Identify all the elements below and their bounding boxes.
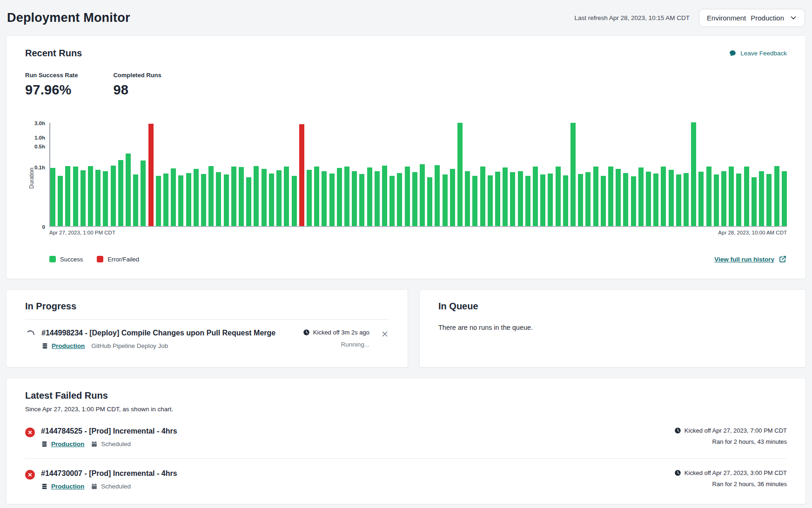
chart-bar-success[interactable] (503, 167, 508, 226)
chart-bar-success[interactable] (194, 169, 199, 226)
chart-bar-success[interactable] (736, 174, 741, 226)
chart-bar-success[interactable] (488, 175, 493, 226)
chart-bar-success[interactable] (50, 168, 55, 226)
chart-bar-success[interactable] (239, 167, 244, 226)
chart-bar-success[interactable] (774, 166, 779, 226)
chart-bar-success[interactable] (156, 176, 161, 226)
chart-bar-success[interactable] (691, 122, 696, 226)
chart-bar-success[interactable] (269, 174, 274, 226)
chart-bar-success[interactable] (472, 176, 477, 226)
chart-bar-success[interactable] (337, 168, 342, 226)
chart-bar-success[interactable] (322, 171, 327, 226)
chart-bar-success[interactable] (593, 167, 598, 226)
chart-bar-success[interactable] (510, 172, 515, 226)
chart-bar-success[interactable] (570, 123, 576, 226)
chart-bar-failed[interactable] (299, 124, 304, 226)
view-full-run-history-link[interactable]: View full run history (714, 255, 787, 263)
chart-bar-success[interactable] (397, 173, 402, 226)
chart-bar-success[interactable] (457, 123, 463, 226)
chart-bar-success[interactable] (653, 174, 658, 226)
chart-bar-success[interactable] (382, 166, 387, 226)
chart-bar-success[interactable] (375, 171, 380, 226)
chart-bar-success[interactable] (163, 174, 168, 226)
chart-bar-success[interactable] (676, 174, 681, 226)
chart-bar-success[interactable] (65, 166, 70, 226)
chart-bar-success[interactable] (601, 176, 606, 226)
chart-bar-success[interactable] (262, 169, 267, 226)
environment-link[interactable]: Production (41, 483, 84, 490)
chart-bar-success[interactable] (208, 166, 214, 226)
chart-bar-success[interactable] (126, 154, 131, 226)
chart-bar-success[interactable] (450, 169, 455, 226)
chart-bar-success[interactable] (669, 170, 674, 226)
chart-bar-success[interactable] (133, 174, 138, 226)
chart-bar-success[interactable] (292, 176, 297, 226)
chart-bar-success[interactable] (563, 175, 568, 226)
environment-link[interactable]: Production (41, 441, 84, 448)
chart-bar-success[interactable] (518, 171, 523, 226)
chart-bar-success[interactable] (352, 171, 357, 226)
chart-bar-success[interactable] (729, 167, 734, 226)
chart-bar-success[interactable] (465, 171, 470, 226)
chart-bar-success[interactable] (540, 174, 545, 226)
chart-bar-success[interactable] (706, 167, 711, 226)
chart-bar-success[interactable] (623, 173, 628, 226)
chart-bar-success[interactable] (412, 172, 417, 226)
chart-bar-success[interactable] (103, 171, 108, 226)
chart-bar-success[interactable] (608, 167, 613, 226)
chart-bar-success[interactable] (684, 173, 689, 226)
chart-bar-success[interactable] (359, 174, 364, 226)
chart-bar-success[interactable] (638, 167, 644, 226)
chart-bar-success[interactable] (178, 175, 183, 226)
chart-bar-success[interactable] (578, 174, 583, 226)
chart-bar-success[interactable] (525, 176, 530, 226)
chart-bar-success[interactable] (714, 174, 719, 226)
chart-bar-success[interactable] (759, 171, 764, 226)
chart-bar-success[interactable] (141, 160, 146, 226)
chart-bar-success[interactable] (495, 172, 500, 226)
chart-bar-success[interactable] (88, 166, 93, 226)
chart-bar-success[interactable] (216, 172, 221, 226)
chart-bar-success[interactable] (646, 172, 651, 226)
chart-bar-success[interactable] (111, 166, 116, 226)
chart-bar-success[interactable] (752, 177, 757, 226)
environment-link[interactable]: Production (41, 342, 85, 349)
chart-bar-success[interactable] (766, 174, 772, 226)
chart-bar-success[interactable] (744, 167, 749, 226)
chart-bar-success[interactable] (533, 167, 538, 226)
chart-bar-success[interactable] (201, 174, 206, 226)
chart-bar-success[interactable] (58, 176, 63, 226)
chart-bar-success[interactable] (420, 164, 425, 226)
chart-bar-success[interactable] (782, 171, 787, 226)
chart-bar-success[interactable] (367, 167, 372, 226)
chart-bar-success[interactable] (224, 174, 229, 226)
chart-bar-success[interactable] (698, 172, 704, 226)
chart-bar-success[interactable] (435, 165, 440, 227)
chart-bar-success[interactable] (231, 167, 236, 226)
chart-bar-success[interactable] (556, 167, 561, 226)
chart-bar-success[interactable] (81, 170, 86, 226)
chart-bar-success[interactable] (284, 167, 289, 226)
chart-bar-failed[interactable] (148, 124, 154, 226)
chart-bar-success[interactable] (329, 174, 335, 226)
environment-dropdown[interactable]: Environment Production (699, 9, 805, 27)
chart-bar-success[interactable] (171, 168, 176, 226)
chart-bar-success[interactable] (427, 177, 432, 226)
chart-bar-success[interactable] (307, 170, 312, 226)
chart-bar-success[interactable] (405, 167, 410, 226)
chart-bar-success[interactable] (314, 167, 319, 226)
chart-bar-success[interactable] (631, 176, 636, 226)
chart-bar-success[interactable] (661, 167, 666, 226)
leave-feedback-link[interactable]: Leave Feedback (729, 49, 787, 57)
chart-bar-success[interactable] (186, 173, 191, 226)
chart-bar-success[interactable] (721, 171, 726, 226)
chart-bar-success[interactable] (118, 160, 123, 226)
chart-bar-success[interactable] (254, 166, 259, 226)
close-icon[interactable] (381, 330, 389, 338)
chart-bar-success[interactable] (276, 170, 282, 226)
chart-bar-success[interactable] (480, 167, 485, 226)
chart-bar-success[interactable] (344, 167, 349, 226)
chart-bar-success[interactable] (616, 169, 621, 226)
chart-bar-success[interactable] (95, 170, 101, 226)
chart-bar-success[interactable] (585, 172, 591, 226)
